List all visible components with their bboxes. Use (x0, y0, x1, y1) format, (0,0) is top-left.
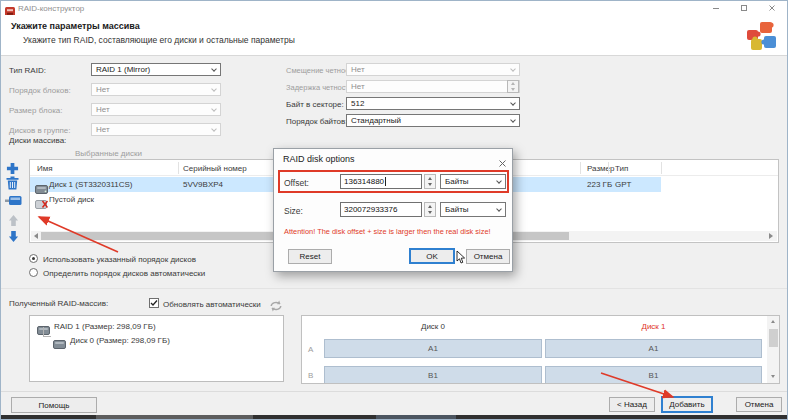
raid-disk-options-dialog: RAID disk options Offset: 136314880 Байт… (273, 148, 513, 272)
byte-order-select[interactable]: Стандартный (346, 114, 520, 127)
chevron-down-icon (496, 178, 502, 184)
raid-constructor-window: RAID-конструктор Укажите параметры масси… (0, 0, 788, 420)
scroll-down-icon[interactable] (771, 375, 775, 378)
column-header-serial[interactable]: Серийный номер (183, 164, 247, 173)
scroll-up-icon[interactable] (771, 320, 775, 323)
offset-unit-value: Байты (445, 177, 469, 186)
parity-offset-value: Нет (351, 65, 365, 74)
help-button[interactable]: Помощь (11, 397, 97, 413)
hdd-icon (53, 335, 66, 353)
auto-update-checkbox[interactable] (149, 298, 159, 308)
move-down-icon[interactable] (8, 229, 19, 247)
dialog-title: RAID disk options (283, 154, 355, 164)
page-title: Укажите параметры массива (11, 21, 140, 31)
auto-update-label: Обновлять автоматически (163, 300, 261, 309)
chevron-down-icon (510, 66, 516, 72)
offset-spin-buttons[interactable] (424, 174, 436, 189)
tree-item-raid[interactable]: RAID 1 (Размер: 298,09 ГБ) (30, 320, 283, 332)
scroll-right-icon[interactable] (769, 233, 773, 239)
radio-use-specified-order[interactable] (29, 254, 38, 263)
vertical-scrollbar[interactable] (767, 316, 780, 383)
taskbar-segment (376, 415, 456, 420)
parity-delay-value: Нет (351, 82, 365, 91)
disk-name: Диск 1 (ST3320311CS) (49, 180, 133, 189)
grid-cell-a1-disk0: A1 (324, 339, 542, 358)
chevron-down-icon (510, 117, 516, 123)
chevron-down-icon (510, 100, 516, 106)
dialog-warning-text: Attention! The disk offset + size is lar… (284, 227, 491, 236)
wizard-header: Укажите параметры массива Укажите тип RA… (1, 15, 788, 56)
scroll-left-icon[interactable] (34, 233, 38, 239)
size-unit-select[interactable]: Байты (440, 202, 506, 217)
puzzle-logo-icon (745, 21, 779, 55)
block-size-select: Нет (91, 103, 221, 116)
ok-button[interactable]: OK (409, 248, 455, 264)
raid-type-label: Тип RAID: (9, 66, 46, 75)
spin-down-icon (511, 88, 515, 91)
tree-item-label: Диск 0 (Размер: 298,09 ГБ) (70, 336, 170, 345)
refresh-icon[interactable] (269, 298, 283, 316)
text-caret (385, 177, 386, 186)
offset-input[interactable]: 136314880 (340, 174, 422, 189)
column-separator (661, 162, 662, 174)
parity-delay-label: Задержка четности: (286, 83, 355, 92)
disk-options-icon[interactable] (5, 193, 22, 211)
spin-up-icon (511, 82, 515, 85)
size-value: 320072933376 (344, 205, 397, 214)
raid-type-value: RAID 1 (Mirror) (96, 65, 150, 74)
grid-row-a-label: A (308, 345, 313, 354)
parity-delay-spinner: Нет (346, 80, 520, 93)
delete-disk-icon[interactable] (6, 176, 19, 194)
column-header-name[interactable]: Имя (37, 164, 53, 173)
sector-bytes-select[interactable]: 512 (346, 97, 520, 110)
close-icon[interactable] (763, 2, 781, 14)
column-header-size[interactable]: Размер (587, 164, 615, 173)
block-order-value: Нет (96, 85, 110, 94)
footer-divider (1, 391, 788, 392)
sector-bytes-value: 512 (351, 99, 364, 108)
offset-value: 136314880 (344, 177, 384, 186)
maximize-icon[interactable] (735, 2, 753, 14)
dialog-cancel-button[interactable]: Отмена (466, 249, 510, 264)
column-separator (178, 162, 179, 174)
size-input[interactable]: 320072933376 (340, 202, 422, 217)
disk-type: GPT (615, 180, 631, 189)
reset-button[interactable]: Reset (288, 249, 332, 264)
spin-down-icon[interactable] (428, 183, 432, 186)
scrollbar-thumb[interactable] (769, 329, 778, 347)
add-button[interactable]: Добавить (661, 396, 713, 413)
size-label: Size: (284, 206, 303, 216)
spin-up-icon[interactable] (428, 177, 432, 180)
group-disks-value: Нет (96, 125, 110, 134)
column-separator (608, 162, 609, 174)
minimize-icon[interactable] (707, 2, 725, 14)
mouse-cursor-icon (456, 250, 466, 268)
spin-up-icon[interactable] (428, 205, 432, 208)
disk-name: Пустой диск (49, 195, 94, 204)
raid-type-select[interactable]: RAID 1 (Mirror) (91, 63, 221, 76)
chevron-down-icon (211, 86, 217, 92)
cancel-button[interactable]: Отмена (736, 397, 782, 412)
grid-cell-b1-disk0: B1 (324, 366, 542, 384)
check-icon (150, 299, 158, 307)
spin-down-icon[interactable] (428, 211, 432, 214)
empty-disk-icon (35, 195, 48, 213)
radio-auto-detect-order-label: Определить порядок дисков автоматически (43, 269, 205, 278)
byte-order-label: Порядок байтов: (286, 117, 348, 126)
radio-auto-detect-order[interactable] (29, 268, 38, 277)
offset-unit-select[interactable]: Байты (440, 174, 506, 189)
back-button[interactable]: < Назад (609, 397, 655, 412)
dialog-close-icon[interactable] (498, 154, 507, 172)
taskbar-segment (96, 415, 253, 420)
grid-disk1-header: Диск 1 (545, 322, 762, 331)
taskbar-strip (1, 415, 788, 420)
offset-label: Offset: (284, 178, 309, 188)
tree-item-label: RAID 1 (Размер: 298,09 ГБ) (54, 322, 156, 331)
raid-tree-panel: RAID 1 (Размер: 298,09 ГБ) Диск 0 (Разме… (29, 315, 284, 382)
column-header-type[interactable]: Тип (615, 164, 628, 173)
group-disks-select: Нет (91, 123, 221, 136)
parity-offset-select: Нет (346, 63, 520, 76)
tree-item-disk[interactable]: Диск 0 (Размер: 298,09 ГБ) (30, 333, 283, 345)
size-spin-buttons[interactable] (424, 202, 436, 217)
sector-bytes-label: Байт в секторе: (286, 100, 344, 109)
